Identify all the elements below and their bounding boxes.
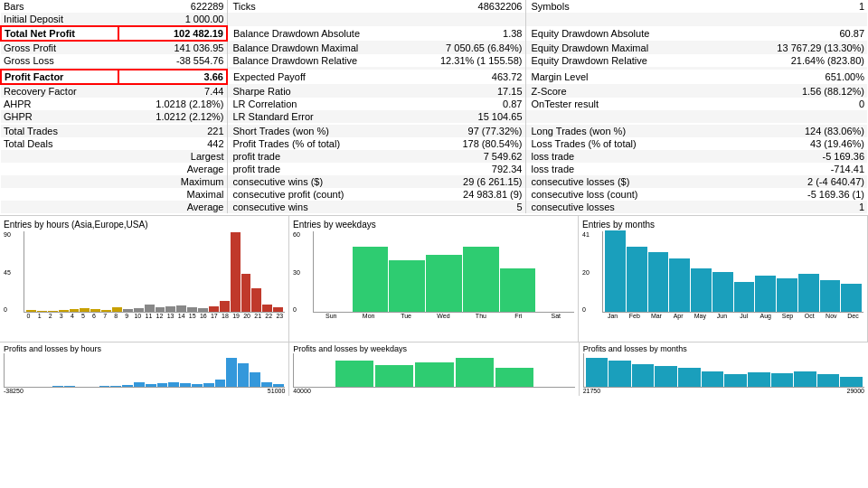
profit-bar-22	[261, 382, 272, 387]
profit-bar-6	[724, 374, 747, 387]
stat-label3: consecutive loss (count)	[525, 188, 706, 201]
stat-label2: Sharpe Ratio	[227, 84, 408, 98]
table-row: Total Net Profit102 482.19Balance Drawdo…	[1, 26, 867, 41]
weekdays-chart: Entries by weekdays60300SunMonTueWedThuF…	[289, 216, 579, 342]
profit-bar-5	[64, 386, 75, 387]
profit-bar-21	[250, 372, 260, 387]
stat-value3	[706, 13, 867, 26]
stat-value: 1.0212 (2.12%)	[118, 110, 227, 123]
stat-label: Bars	[1, 0, 118, 13]
stat-label2: LR Correlation	[227, 98, 408, 110]
bar-19	[231, 232, 241, 312]
stat-value: 442	[118, 137, 227, 150]
bar-11	[145, 305, 155, 312]
stat-value3: 651.00%	[706, 70, 867, 84]
bar-23	[273, 307, 283, 312]
stat-label2: consecutive profit (count)	[227, 188, 408, 201]
bar-10	[134, 308, 144, 312]
table-row: Total Trades221Short Trades (won %)97 (7…	[1, 125, 867, 137]
stat-value3: -5 169.36	[706, 150, 867, 163]
stat-label3: Symbols	[525, 0, 706, 13]
profit-hours-max: 51000	[268, 388, 285, 394]
stat-label: Initial Deposit	[1, 13, 118, 26]
stat-value: Largest	[118, 150, 227, 163]
stat-value2: 29 (6 261.15)	[408, 175, 525, 188]
profit-weekdays-max: 40000	[293, 388, 310, 394]
profits-weekdays-title: Profits and losses by weekdays	[293, 344, 574, 353]
stat-label: Total Trades	[1, 125, 118, 137]
stat-label: Profit Factor	[1, 70, 118, 84]
stat-label3: OnTester result	[525, 98, 706, 110]
bar-9	[798, 274, 819, 312]
bar-3	[59, 310, 69, 312]
profit-bar-1	[609, 361, 631, 387]
table-row: Gross Profit141 036.95Balance Drawdown M…	[1, 41, 867, 54]
stat-value2: 17.15	[408, 84, 525, 98]
bar-1	[353, 247, 389, 312]
profit-bar-17	[203, 383, 214, 387]
bar-18	[220, 301, 230, 312]
table-row: Maximumconsecutive wins ($)29 (6 261.15)…	[1, 175, 867, 188]
stat-value3: 2 (-4 640.47)	[706, 175, 867, 188]
stat-value: Average	[118, 201, 227, 213]
stat-value3: 43 (19.46%)	[706, 137, 867, 150]
profit-bar-9	[794, 371, 816, 387]
stat-value3: 0	[706, 98, 867, 110]
bar-6	[90, 309, 100, 312]
profit-bar-4	[678, 368, 701, 387]
stat-label2: Balance Drawdown Maximal	[227, 41, 408, 54]
bar-22	[262, 305, 272, 312]
stat-label3: consecutive losses ($)	[525, 175, 706, 188]
bar-9	[123, 309, 133, 312]
table-row: Averageprofit trade792.34loss trade-714.…	[1, 163, 867, 175]
stat-label3: Z-Score	[525, 84, 706, 98]
profit-bar-15	[180, 383, 191, 387]
stat-label3: Loss Trades (% of total)	[525, 137, 706, 150]
profit-bar-5	[495, 368, 533, 387]
profit-bar-4	[456, 358, 494, 387]
stat-label3: Margin Level	[525, 70, 706, 84]
stat-value: 221	[118, 125, 227, 137]
months-chart: Entries by months41200JanFebMarAprMayJun…	[579, 216, 868, 342]
stat-value2: 97 (77.32%)	[408, 125, 525, 137]
stat-value3: -714.41	[706, 163, 867, 175]
stat-value3	[706, 110, 867, 123]
bar-1	[37, 311, 47, 312]
bar-13	[165, 306, 175, 312]
bar-21	[251, 288, 261, 312]
bar-15	[187, 307, 197, 312]
stat-label	[1, 175, 118, 188]
stat-value: Average	[118, 163, 227, 175]
stat-label: AHPR	[1, 98, 118, 110]
stat-label2: Profit Trades (% of total)	[227, 137, 408, 150]
stat-value3: 60.87	[706, 26, 867, 41]
profit-bar-2	[632, 364, 655, 387]
bar-4	[463, 247, 499, 312]
table-row: Recovery Factor7.44Sharpe Ratio17.15Z-Sc…	[1, 84, 867, 98]
table-row: Profit Factor3.66Expected Payoff463.72Ma…	[1, 70, 867, 84]
stat-label2: Balance Drawdown Absolute	[227, 26, 408, 41]
stat-label3: loss trade	[525, 150, 706, 163]
stat-value: 3.66	[118, 70, 227, 84]
stat-value2	[408, 13, 525, 26]
stat-label3: loss trade	[525, 163, 706, 175]
profit-bar-10	[817, 374, 840, 387]
bar-1	[627, 247, 647, 312]
profit-bar-3	[415, 362, 453, 387]
stat-value3: -5 169.36 (1)	[706, 188, 867, 201]
stat-label: Total Net Profit	[1, 26, 118, 41]
bar-4	[691, 268, 712, 312]
profit-months-max: 29000	[847, 388, 864, 394]
stat-value: 622289	[118, 0, 227, 13]
bar-0	[26, 310, 36, 312]
profit-bar-5	[702, 371, 724, 387]
stat-label3: Equity Drawdown Relative	[525, 54, 706, 67]
bar-2	[648, 252, 669, 312]
bar-7	[101, 310, 111, 312]
stat-value2: 1.38	[408, 26, 525, 41]
profit-bar-10	[122, 385, 133, 387]
stat-label3: Long Trades (won %)	[525, 125, 706, 137]
bar-6	[734, 282, 755, 312]
table-row: Total Deals442Profit Trades (% of total)…	[1, 137, 867, 150]
stat-value: Maximum	[118, 175, 227, 188]
